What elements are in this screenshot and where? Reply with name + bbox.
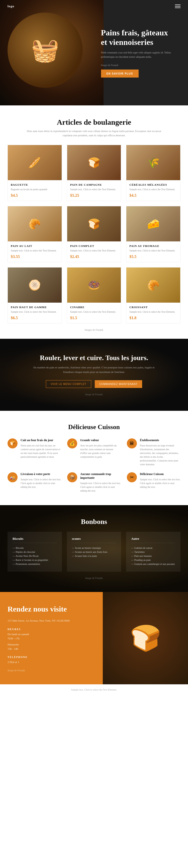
articles-subtitle: Duis aute irure dolor in reprehenderit i… bbox=[25, 129, 163, 137]
hero-cta-button[interactable]: EN SAVOIR PLUS bbox=[101, 69, 139, 78]
product-price: $3.55 bbox=[11, 254, 59, 259]
product-image: 🫓 bbox=[8, 268, 62, 303]
visit-hours-label: HEURES bbox=[7, 628, 95, 630]
visit-info: Rendez nous visite 137 84th Street, 1st … bbox=[0, 592, 103, 684]
product-info: CROISSANT Sample text. Click to select t… bbox=[126, 303, 180, 323]
product-description: Sample text. Click to select the Text El… bbox=[70, 249, 118, 252]
bonbon-item: Barre à l'avoine et au gingembre bbox=[12, 559, 57, 561]
product-card: 🧀 PAIN AU FROMAGE Sample text. Click to … bbox=[126, 206, 181, 262]
dark-banner-description: En matière de pain et sandwichs, fraîche… bbox=[31, 365, 157, 374]
hero-background-image: 🧺 bbox=[0, 0, 104, 105]
product-price: $5.5 bbox=[129, 254, 177, 259]
feature-title: Livraison à votre porte bbox=[21, 472, 61, 476]
visit-hours-sunday: Dimanche13h - 14h bbox=[7, 642, 95, 651]
product-description: Baguette au levain en petite quantité bbox=[11, 188, 59, 191]
product-price: $1.8 bbox=[129, 316, 177, 320]
hero-section: 🧺 Pains frais, gâteaux et viennoiseries … bbox=[0, 0, 188, 105]
bonbon-item: Granola aux canneberges et aux pacanes bbox=[131, 563, 176, 565]
bonbon-item: Galettes de saison bbox=[131, 547, 176, 549]
hero-image-credit: Image de Freepik bbox=[101, 64, 176, 66]
product-info: BAGUETTE Baguette au levain en petite qu… bbox=[8, 180, 62, 201]
bonbon-item: Tartelettes bbox=[131, 551, 176, 553]
feature-text: Établissements Nous desservons un large … bbox=[140, 438, 181, 466]
feature-title: Établissements bbox=[140, 438, 181, 442]
features-section: Délicieuse Cuisson 🍞 Cuit au four frais … bbox=[0, 411, 188, 505]
product-description: Sample text. Click to select the Text El… bbox=[129, 249, 177, 252]
product-description: Sample text. Click to select the Text El… bbox=[129, 188, 177, 191]
footer: Sample text. Click to select the Text El… bbox=[0, 684, 188, 695]
product-name: PAIN AU LAIT bbox=[11, 244, 59, 247]
product-card: 🍩 CINABRE Sample text. Click to select t… bbox=[67, 267, 121, 323]
bonbon-item: Biscuits bbox=[12, 547, 57, 549]
visit-hours-weekday: Du lundi au samedi7h30 - 17h bbox=[7, 632, 95, 641]
visit-title: Rendez nous visite bbox=[7, 604, 95, 614]
visit-address: 137 84th Street, 1st Avenue, New York, N… bbox=[7, 619, 95, 623]
product-info: PAIN DE CAMPAGNE Sample text. Click to s… bbox=[67, 180, 121, 201]
product-card: 🍞 PAIN DE CAMPAGNE Sample text. Click to… bbox=[67, 145, 121, 201]
feature-item: 🚚 Livraison à votre porte Sample text. C… bbox=[7, 472, 61, 493]
navbar: logo bbox=[0, 0, 188, 12]
dark-banner-section: Rouler, lever et cuire. Tous les jours. … bbox=[0, 339, 188, 411]
bonbon-card-title: Autre bbox=[131, 537, 176, 543]
product-name: BAGUETTE bbox=[11, 183, 59, 186]
product-name: PAIN COMPLET bbox=[70, 244, 118, 247]
feature-item: 💰 Grande valeur Avec les prix les plus c… bbox=[67, 438, 121, 466]
visit-phone: 2 Dial at 1 bbox=[7, 660, 95, 664]
product-card: 🍞 PAIN COMPLET Sample text. Click to sel… bbox=[67, 206, 121, 262]
feature-icon: 📦 bbox=[67, 472, 77, 482]
product-card: 🌾 CÉRÉALES MÉLANGÉES Sample text. Click … bbox=[126, 145, 181, 201]
visit-hours-block: HEURES Du lundi au samedi7h30 - 17h Dima… bbox=[7, 628, 95, 651]
feature-description: Avec les prix les plus compétitifs du ma… bbox=[80, 444, 121, 459]
feature-item: 🍞 Cuit au four frais du jour Notre pain … bbox=[7, 438, 61, 466]
product-name: CINABRE bbox=[70, 306, 118, 309]
view-menu-button[interactable]: VOIR LE MENU COMPLET bbox=[46, 380, 91, 388]
product-price: $4.5 bbox=[11, 193, 59, 198]
bonbon-card: Autre Galettes de saisonTartelettesPain … bbox=[126, 532, 181, 571]
hamburger-menu-button[interactable] bbox=[175, 3, 181, 9]
feature-title: Grande valeur bbox=[80, 438, 121, 442]
features-grid: 🍞 Cuit au four frais du jour Notre pain … bbox=[7, 438, 181, 493]
product-name: CROISSANT bbox=[129, 306, 177, 309]
product-info: PAIN HAUT DE GAMME Sample text. Click to… bbox=[8, 303, 62, 323]
product-info: PAIN AU LAIT Sample text. Click to selec… bbox=[8, 241, 62, 262]
feature-icon: ✂ bbox=[127, 472, 137, 482]
bonbon-item: Pain aux bananes bbox=[131, 555, 176, 557]
feature-text: Aucune commande trop importante Sample t… bbox=[80, 472, 121, 493]
visit-phone-block: TÉLÉPHONE 2 Dial at 1 bbox=[7, 656, 95, 664]
articles-section: Articles de boulangerie Duis aute irure … bbox=[0, 105, 188, 339]
bonbons-section: Bonbons Biscuits BiscuitsPépites de choc… bbox=[0, 505, 188, 592]
features-title: Délicieuse Cuisson bbox=[7, 423, 181, 431]
product-image: 🥖 bbox=[8, 145, 62, 180]
product-image: 🍞 bbox=[67, 145, 121, 180]
order-now-button[interactable]: COMMANDEZ MAINTENANT bbox=[95, 380, 142, 388]
bonbon-item: Avoine Noix De Pécan bbox=[12, 555, 57, 557]
product-info: PAIN AU FROMAGE Sample text. Click to se… bbox=[126, 241, 180, 262]
product-name: CÉRÉALES MÉLANGÉES bbox=[129, 183, 177, 186]
feature-item: ✂ Délicieuse Cuisson Sample text. Click … bbox=[127, 472, 181, 493]
product-info: CÉRÉALES MÉLANGÉES Sample text. Click to… bbox=[126, 180, 180, 201]
articles-title: Articles de boulangerie bbox=[7, 118, 181, 126]
product-card: 🫓 PAIN HAUT DE GAMME Sample text. Click … bbox=[7, 267, 62, 323]
product-name: PAIN AU FROMAGE bbox=[129, 244, 177, 247]
hero-description: Nibh venenatis cras sed felis eget velit… bbox=[101, 51, 176, 59]
dark-banner-title: Rouler, lever et cuire. Tous les jours. bbox=[7, 354, 181, 362]
product-name: PAIN HAUT DE GAMME bbox=[11, 306, 59, 309]
feature-text: Livraison à votre porte Sample text. Cli… bbox=[21, 472, 61, 489]
product-image: 🧀 bbox=[126, 206, 180, 241]
feature-text: Cuit au four frais du jour Notre pain es… bbox=[21, 438, 61, 459]
bonbons-title: Bonbons bbox=[7, 518, 181, 526]
feature-title: Délicieuse Cuisson bbox=[140, 472, 181, 476]
feature-description: Nous desservons un large éventail d'inst… bbox=[140, 444, 181, 466]
visit-phone-label: TÉLÉPHONE bbox=[7, 656, 95, 658]
feature-item: 🏛 Établissements Nous desservons un larg… bbox=[127, 438, 181, 466]
product-card: 🥐 PAIN AU LAIT Sample text. Click to sel… bbox=[7, 206, 62, 262]
feature-icon: 🍞 bbox=[7, 438, 17, 448]
bonbons-image-credit: Image de Freepik bbox=[7, 577, 181, 580]
footer-note: Sample text. Click to select the Text El… bbox=[71, 688, 117, 691]
hero-title: Pains frais, gâteaux et viennoiseries bbox=[101, 28, 176, 47]
product-image: 🍞 bbox=[67, 206, 121, 241]
bread-icon: 🍞 bbox=[130, 623, 161, 653]
product-description: Sample text. Click to select the Text El… bbox=[70, 310, 118, 314]
bonbon-card: scones Scone au beurre classiqueScones a… bbox=[67, 532, 121, 571]
visit-image: 🍞 bbox=[103, 592, 188, 684]
